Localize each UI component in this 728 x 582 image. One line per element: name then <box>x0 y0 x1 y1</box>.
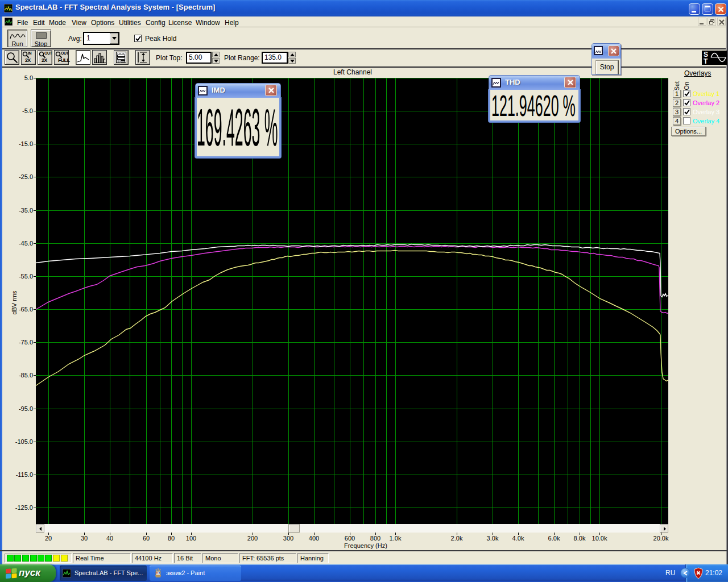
svg-text:169.4263 %: 169.4263 % <box>197 103 278 155</box>
svg-text:121.94620 %: 121.94620 % <box>491 94 576 122</box>
svg-text:T: T <box>704 57 708 65</box>
